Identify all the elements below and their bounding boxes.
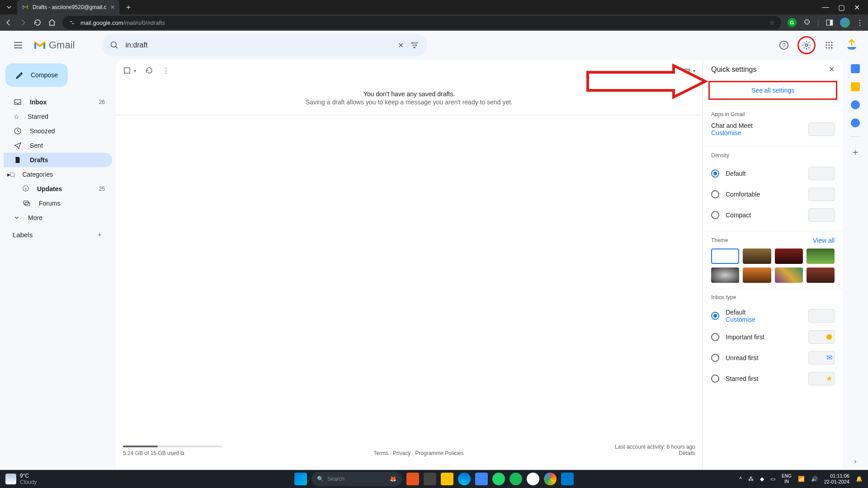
chrome-profile-avatar[interactable] — [840, 18, 850, 28]
theme-tile[interactable] — [743, 267, 771, 283]
compose-button[interactable]: Compose — [5, 63, 68, 87]
radio-icon[interactable] — [711, 211, 719, 219]
theme-tile[interactable] — [711, 267, 739, 283]
sidebar-item-inbox[interactable]: Inbox 26 — [4, 95, 112, 109]
taskbar-app-icon[interactable] — [424, 473, 436, 485]
search-bar[interactable]: in:draft ✕ — [102, 34, 427, 56]
hide-panel-icon[interactable]: › — [854, 457, 856, 465]
activity-details-link[interactable]: Details — [679, 450, 695, 456]
tasks-icon[interactable] — [851, 100, 860, 109]
site-settings-icon[interactable] — [69, 19, 76, 26]
search-input[interactable]: in:draft — [125, 41, 392, 49]
calendar-icon[interactable] — [851, 64, 860, 73]
window-maximize-icon[interactable]: ▢ — [838, 3, 845, 12]
nav-forward-icon[interactable] — [19, 19, 27, 27]
contacts-icon[interactable] — [851, 118, 860, 127]
window-close-icon[interactable]: ✕ — [854, 3, 860, 12]
taskbar-clock[interactable]: 01:11:06 22-01-2024 — [824, 473, 849, 485]
account-avatar[interactable] — [843, 36, 861, 54]
new-tab-button[interactable]: ＋ — [125, 3, 132, 12]
close-icon[interactable]: ✕ — [829, 65, 835, 74]
notifications-icon[interactable]: 🔔 — [856, 476, 863, 482]
browser-tab-active[interactable]: Drafts - asciione9520@gmail.c ✕ — [17, 0, 119, 14]
view-all-themes-link[interactable]: View all — [813, 237, 835, 244]
sidebar-item-categories[interactable]: ▸□ Categories — [4, 167, 112, 182]
storage-manage-icon[interactable]: ⧉ — [180, 450, 184, 456]
main-menu-icon[interactable] — [7, 34, 29, 56]
radio-icon[interactable] — [711, 354, 719, 362]
sidebar-item-drafts[interactable]: Drafts — [4, 153, 112, 167]
google-apps-icon[interactable] — [820, 36, 838, 54]
address-bar[interactable]: mail.google.com/mail/u/0/#drafts ☆ — [62, 16, 781, 29]
theme-tile[interactable] — [711, 249, 739, 264]
see-all-settings-button[interactable]: See all settings — [708, 81, 837, 100]
select-dropdown-icon[interactable]: ▾ — [134, 68, 136, 73]
density-default-option[interactable]: Default — [711, 163, 835, 184]
volume-icon[interactable]: 🔊 — [811, 476, 818, 482]
nav-home-icon[interactable] — [48, 19, 56, 27]
refresh-icon[interactable] — [145, 66, 153, 75]
keep-icon[interactable] — [851, 82, 860, 91]
add-label-icon[interactable]: ＋ — [96, 230, 103, 239]
more-actions-icon[interactable]: ⋮ — [162, 66, 170, 75]
search-clear-icon[interactable]: ✕ — [398, 41, 404, 50]
theme-tile[interactable] — [775, 249, 803, 264]
spotify-icon[interactable] — [509, 473, 522, 485]
tab-list-dropdown[interactable] — [4, 2, 14, 13]
file-explorer-icon[interactable] — [441, 473, 453, 485]
nav-back-icon[interactable] — [5, 19, 13, 27]
tab-close-icon[interactable]: ✕ — [110, 4, 115, 10]
sidebar-item-forums[interactable]: Forums — [4, 196, 112, 211]
settings-gear-icon[interactable] — [797, 36, 816, 54]
sidepanel-icon[interactable] — [826, 19, 834, 27]
taskbar-weather[interactable]: 9°C Cloudy — [5, 473, 37, 485]
footer-policies-link[interactable]: Programme Policies — [415, 450, 463, 456]
select-all-checkbox[interactable] — [123, 66, 131, 75]
vscode-icon[interactable] — [561, 473, 574, 485]
footer-privacy-link[interactable]: Privacy — [393, 450, 410, 456]
chrome-menu-icon[interactable]: ⋮ — [856, 19, 863, 27]
tray-icon[interactable]: ◆ — [760, 476, 764, 482]
bookmark-star-icon[interactable]: ☆ — [769, 19, 775, 26]
radio-icon[interactable] — [711, 333, 719, 341]
search-icon[interactable] — [110, 41, 119, 50]
wifi-icon[interactable]: 📶 — [798, 476, 805, 482]
language-indicator[interactable]: ENG IN — [782, 474, 792, 484]
radio-icon[interactable] — [711, 375, 719, 383]
sidebar-item-more[interactable]: More — [4, 211, 112, 225]
sidebar-item-starred[interactable]: ☆ Starred — [4, 109, 112, 124]
theme-tile[interactable] — [743, 249, 771, 264]
start-button[interactable] — [294, 473, 307, 485]
inbox-unread-option[interactable]: Unread first ✉ — [711, 347, 835, 368]
density-comfortable-option[interactable]: Comfortable — [711, 184, 835, 205]
density-compact-option[interactable]: Compact — [711, 205, 835, 225]
sidebar-item-snoozed[interactable]: Snoozed — [4, 124, 112, 138]
theme-tile[interactable] — [807, 267, 835, 283]
taskbar-app-icon[interactable] — [406, 473, 419, 485]
footer-terms-link[interactable]: Terms — [373, 450, 388, 456]
search-options-icon[interactable] — [410, 41, 419, 50]
inbox-starred-option[interactable]: Starred first ★ — [711, 368, 835, 389]
chrome-icon[interactable] — [544, 473, 557, 485]
slack-icon[interactable] — [527, 473, 539, 485]
inbox-default-option[interactable]: Default Customise — [711, 305, 835, 327]
tray-icon[interactable]: ▭ — [770, 476, 775, 482]
gmail-logo[interactable]: Gmail — [33, 39, 75, 51]
tray-icon[interactable]: ⁂ — [748, 476, 754, 482]
customise-inbox-link[interactable]: Customise — [726, 316, 755, 323]
input-tool-dropdown-icon[interactable]: ▾ — [693, 68, 695, 73]
sidebar-item-updates[interactable]: ⓘ Updates 25 — [4, 182, 112, 196]
inbox-important-option[interactable]: Important first ⬣ — [711, 327, 835, 347]
grammarly-extension-icon[interactable]: G — [788, 18, 797, 27]
add-addon-icon[interactable]: ＋ — [851, 146, 860, 158]
extensions-icon[interactable] — [803, 19, 811, 27]
theme-tile[interactable] — [807, 249, 835, 264]
edge-icon[interactable] — [458, 473, 471, 485]
customise-chat-link[interactable]: Customise — [711, 129, 753, 136]
theme-tile[interactable] — [775, 267, 803, 283]
sidebar-item-sent[interactable]: Sent — [4, 138, 112, 153]
nav-reload-icon[interactable] — [33, 19, 42, 27]
window-minimize-icon[interactable]: — — [822, 3, 829, 12]
radio-icon[interactable] — [711, 312, 719, 320]
tray-chevron-icon[interactable]: ^ — [739, 476, 742, 482]
